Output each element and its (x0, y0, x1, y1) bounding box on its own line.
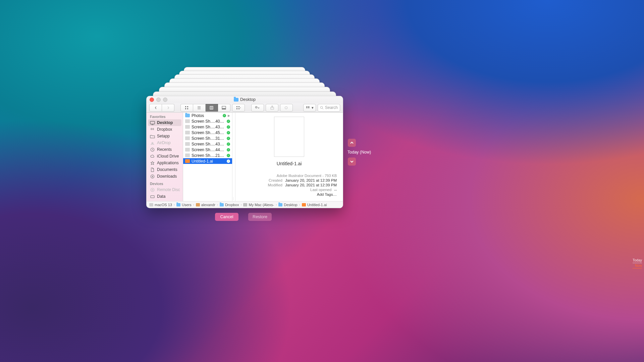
path-segment[interactable]: Desktop (278, 203, 297, 207)
lastopened-label: Last opened (307, 188, 331, 192)
ai-icon (185, 159, 190, 163)
tags-button[interactable] (280, 104, 293, 112)
sidebar-item-recents[interactable]: Recents (147, 146, 183, 153)
action-menu-button[interactable] (251, 104, 264, 112)
file-row[interactable]: Screen Sh….21.46 PM✓ (183, 153, 232, 158)
sidebar-item-documents[interactable]: Documents (147, 166, 183, 173)
file-row[interactable]: Screen Sh….44.13 PM✓ (183, 147, 232, 153)
sidebar-item-icloud[interactable]: iCloud Drive (147, 153, 183, 160)
img-icon (185, 148, 190, 152)
path-segment[interactable]: Untitled-1.ai (302, 203, 327, 207)
document-icon (150, 168, 155, 172)
view-gallery-button[interactable] (218, 104, 230, 112)
file-row[interactable]: Screen Sh….31.08 PM✓ (183, 135, 232, 141)
file-row[interactable]: Screen Sh….45.59 PM✓ (183, 130, 232, 135)
file-name: Untitled-1.ai (192, 159, 225, 164)
svg-rect-15 (236, 106, 237, 107)
img-icon (185, 136, 190, 140)
back-button[interactable] (149, 104, 162, 112)
forward-button[interactable] (162, 104, 174, 112)
timeline-scale-now: Now (619, 263, 642, 267)
file-row[interactable]: Untitled-1.ai✓ (183, 158, 232, 164)
file-column: Photos✓▶Screen Sh….40.05 PM✓Screen Sh….4… (183, 113, 232, 201)
img-icon (185, 142, 190, 146)
timeline-scale[interactable]: Today Now (619, 258, 642, 270)
path-label: alexandr (201, 203, 215, 207)
created-label: Created (258, 178, 282, 182)
file-row[interactable]: Screen Sh….43.42 PM✓ (183, 141, 232, 147)
sidebar-item-applications[interactable]: Applications (147, 160, 183, 166)
toolbar: ▾ Search (147, 103, 343, 113)
restore-button[interactable]: Restore (248, 213, 272, 221)
svg-rect-7 (210, 106, 213, 109)
file-row[interactable]: Screen Sh….43.54 PM✓ (183, 124, 232, 130)
sidebar-label: Documents (157, 167, 177, 172)
sidebar-header-favorites: Favorites (147, 113, 183, 119)
sidebar-label: Dropbox (157, 127, 172, 132)
search-placeholder: Search (325, 105, 338, 110)
share-button[interactable] (266, 104, 278, 112)
sidebar-label: Data (157, 194, 165, 199)
path-segment[interactable]: Dropbox (220, 203, 239, 207)
timeline-up-button[interactable] (348, 139, 356, 147)
cancel-button[interactable]: Cancel (215, 213, 238, 221)
svg-rect-12 (223, 109, 224, 109)
column-resize-handle[interactable] (232, 113, 235, 201)
path-segment[interactable]: Users (176, 203, 192, 207)
svg-rect-10 (222, 106, 226, 108)
svg-point-21 (285, 107, 287, 109)
path-segment[interactable]: macOS 13 (149, 203, 172, 207)
path-segment[interactable]: My Mac (Alexs- (243, 203, 274, 207)
view-icons-button[interactable] (180, 104, 193, 112)
file-row[interactable]: Photos✓▶ (183, 113, 232, 118)
file-name: Screen Sh….21.46 PM (192, 153, 225, 158)
view-list-button[interactable] (193, 104, 206, 112)
sidebar-item-desktop[interactable]: Desktop (148, 119, 181, 126)
sidebar-item-dropbox[interactable]: Dropbox (147, 126, 183, 133)
path-label: Untitled-1.ai (307, 203, 327, 207)
disc-icon (150, 188, 155, 192)
ai-icon (302, 203, 306, 206)
timeline-down-button[interactable] (348, 158, 356, 166)
window-title: Desktop (147, 97, 343, 102)
svg-line-23 (322, 108, 323, 109)
svg-rect-14 (225, 109, 226, 109)
svg-rect-16 (236, 108, 237, 109)
svg-rect-1 (187, 106, 188, 107)
sidebar-label: Desktop (157, 120, 173, 125)
dropbox-icon (150, 127, 155, 132)
add-tags-link[interactable]: Add Tags… (317, 192, 337, 196)
sidebar-item-data[interactable]: Data (147, 193, 183, 200)
svg-rect-13 (224, 109, 225, 109)
chevron-right-icon: › (299, 203, 300, 206)
file-name: Screen Sh….44.13 PM (192, 147, 225, 152)
file-row[interactable]: Screen Sh….40.05 PM✓ (183, 118, 232, 124)
window-titlebar[interactable]: Desktop (147, 96, 343, 103)
path-label: macOS 13 (155, 203, 172, 207)
svg-rect-24 (150, 121, 155, 124)
sync-badge-icon: ✓ (227, 125, 230, 129)
view-mode-buttons (180, 104, 230, 112)
chevron-right-icon: › (217, 203, 218, 206)
search-field[interactable]: Search (318, 104, 340, 112)
timeline-scale-today: Today (619, 258, 642, 262)
path-label: Users (182, 203, 192, 207)
group-by-button[interactable] (232, 104, 245, 112)
home-icon (196, 203, 200, 206)
dropbox-button[interactable]: ▾ (303, 104, 316, 112)
svg-point-30 (152, 189, 153, 190)
view-columns-button[interactable] (206, 104, 218, 112)
sidebar-item-airdrop[interactable]: AirDrop (147, 139, 183, 146)
path-bar: macOS 13›Users›alexandr›Dropbox›My Mac (… (147, 201, 343, 208)
svg-rect-11 (222, 109, 223, 109)
preview-filename: Untitled-1.ai (277, 161, 302, 166)
svg-point-22 (320, 106, 322, 108)
path-segment[interactable]: alexandr (196, 203, 215, 207)
sync-badge-icon: ✓ (227, 120, 230, 123)
search-icon (320, 106, 324, 110)
sidebar-item-setapp[interactable]: Setapp (147, 133, 183, 139)
file-name: Photos (192, 113, 221, 118)
sidebar-item-downloads[interactable]: Downloads (147, 173, 183, 180)
sidebar-item-remotedisc[interactable]: Remote Disc (147, 186, 183, 193)
path-label: Dropbox (225, 203, 239, 207)
